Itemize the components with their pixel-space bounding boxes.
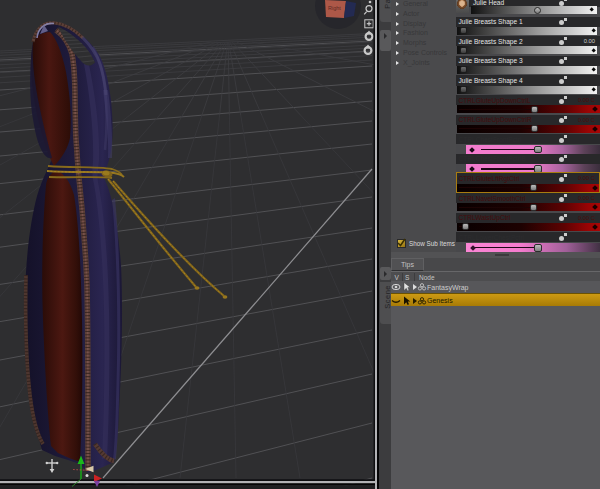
svg-text:Right: Right <box>328 5 341 11</box>
